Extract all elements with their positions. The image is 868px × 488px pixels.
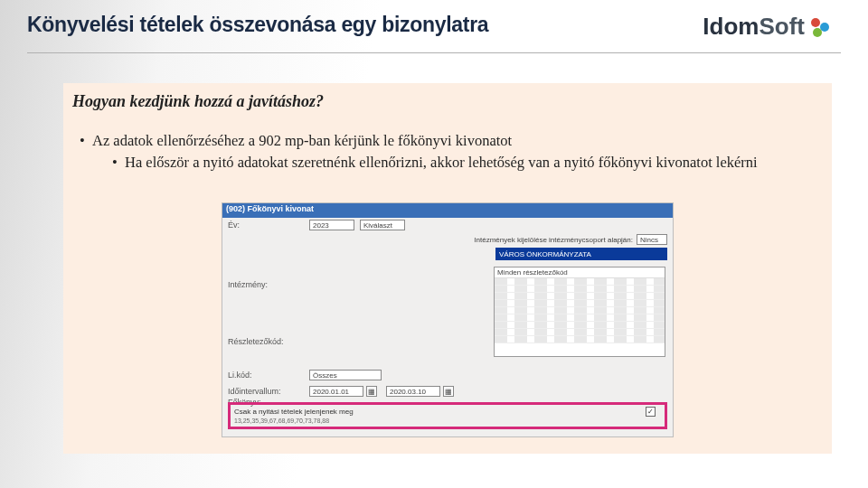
- list-item[interactable]: [495, 314, 665, 322]
- brand-light: Soft: [759, 13, 805, 41]
- select-button[interactable]: Kiválaszt: [360, 220, 405, 230]
- list-item[interactable]: [495, 336, 665, 343]
- list-item[interactable]: [495, 278, 665, 286]
- highlight-sub-text: 13,25,35,39,67,68,69,70,73,78,88: [231, 418, 665, 424]
- selected-org[interactable]: VÁROS ÖNKORMÁNYZATA: [495, 248, 667, 260]
- bullet-list: • Az adatok ellenőrzéséhez a 902 mp-ban …: [72, 132, 814, 172]
- window-titlebar: (902) Főkönyvi kivonat: [222, 203, 673, 218]
- detail-code-label: Részletezőkód:: [228, 337, 309, 346]
- bullet-1-text: Az adatok ellenőrzéséhez a 902 mp-ban ké…: [92, 132, 512, 150]
- li-code-field[interactable]: Összes: [309, 370, 382, 380]
- panel-subheading: Hogyan kezdjünk hozzá a javításhoz?: [72, 92, 324, 111]
- app-screenshot: (902) Főkönyvi kivonat Év: 2023 Kiválasz…: [222, 202, 674, 437]
- header-divider: [27, 52, 841, 53]
- detail-code-list[interactable]: Minden részletezőkód: [494, 267, 665, 357]
- content-panel: Hogyan kezdjünk hozzá a javításhoz? • Az…: [63, 83, 832, 454]
- only-opening-entries-label: Csak a nyitási tételek jelenjenek meg: [234, 408, 354, 416]
- institution-label: Intézmény:: [228, 280, 309, 289]
- only-opening-entries-checkbox[interactable]: ✓: [646, 407, 656, 417]
- bullet-level-2: • Ha először a nyitó adatokat szeretnénk…: [105, 154, 814, 172]
- brand-dots-icon: [808, 15, 832, 39]
- list-item[interactable]: [495, 307, 665, 314]
- list-item[interactable]: [495, 322, 665, 329]
- brand-bold: Idom: [703, 13, 759, 41]
- bullet-level-1: • Az adatok ellenőrzéséhez a 902 mp-ban …: [72, 132, 814, 150]
- date-from-field[interactable]: 2020.01.01: [309, 386, 363, 397]
- li-code-label: Li.kód:: [228, 371, 309, 380]
- org-group-field[interactable]: Nincs: [637, 234, 667, 245]
- slide-title: Könyvelési tételek összevonása egy bizon…: [27, 13, 488, 37]
- list-item[interactable]: [495, 286, 665, 293]
- list-header: Minden részletezőkód: [495, 267, 665, 278]
- brand-logo: IdomSoft: [703, 13, 832, 41]
- org-group-label: Intézmények kijelölése intézménycsoport …: [474, 236, 633, 244]
- date-to-field[interactable]: 2020.03.10: [386, 386, 440, 397]
- year-field[interactable]: 2023: [309, 220, 354, 230]
- bullet-2-text: Ha először a nyitó adatokat szeretnénk e…: [125, 154, 758, 172]
- calendar-icon[interactable]: ▦: [366, 386, 377, 397]
- highlight-box: Csak a nyitási tételek jelenjenek meg ✓ …: [228, 402, 667, 429]
- year-label: Év:: [228, 221, 309, 230]
- bullet-icon: •: [105, 154, 125, 172]
- list-item[interactable]: [495, 329, 665, 336]
- list-item[interactable]: [495, 293, 665, 300]
- bullet-icon: •: [72, 132, 92, 150]
- list-item[interactable]: [495, 300, 665, 307]
- calendar-icon[interactable]: ▦: [443, 386, 454, 397]
